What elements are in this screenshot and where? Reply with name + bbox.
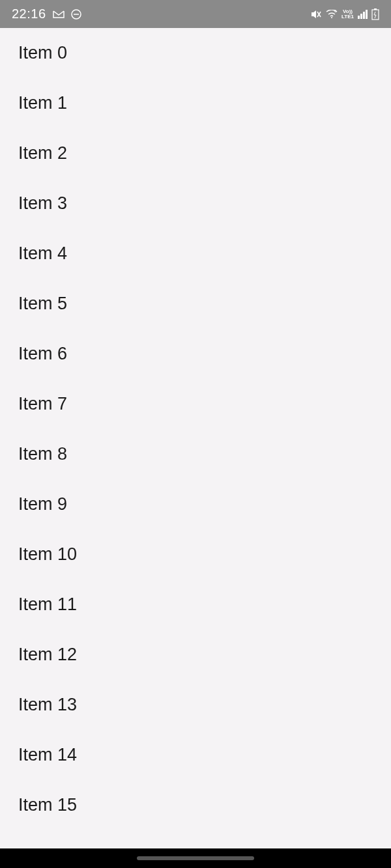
list-container[interactable]: Item 0 Item 1 Item 2 Item 3 Item 4 Item …	[0, 28, 391, 848]
list-item[interactable]: Item 0	[0, 28, 391, 78]
list-item[interactable]: Item 8	[0, 429, 391, 479]
gmail-icon	[53, 10, 65, 19]
list-item[interactable]: Item 5	[0, 279, 391, 329]
list-item[interactable]: Item 2	[0, 128, 391, 178]
status-time: 22:16	[12, 7, 46, 21]
svg-point-4	[331, 17, 332, 18]
list-item[interactable]: Item 1	[0, 78, 391, 128]
battery-icon	[371, 8, 379, 20]
list-item[interactable]: Item 9	[0, 479, 391, 529]
list-item[interactable]: Item 11	[0, 580, 391, 630]
wifi-icon: 6	[326, 10, 338, 19]
list-item[interactable]: Item 14	[0, 730, 391, 780]
list-item[interactable]: Item 10	[0, 529, 391, 580]
signal-icon	[358, 10, 368, 19]
list-item[interactable]: Item 12	[0, 630, 391, 680]
list-item[interactable]: Item 4	[0, 229, 391, 279]
volte-icon: Vo)) LTE1	[341, 9, 354, 20]
list-item[interactable]: Item 7	[0, 379, 391, 429]
status-right: 6 Vo)) LTE1	[310, 8, 379, 20]
status-bar: 22:16 6	[0, 0, 391, 28]
list-item[interactable]: Item 6	[0, 329, 391, 379]
navigation-bar	[0, 848, 391, 868]
list-item[interactable]: Item 13	[0, 680, 391, 730]
status-left: 22:16	[12, 7, 81, 21]
list-item[interactable]: Item 3	[0, 178, 391, 229]
nav-handle[interactable]	[137, 856, 254, 860]
dnd-icon	[71, 9, 81, 20]
list-item[interactable]: Item 15	[0, 780, 391, 830]
mute-icon	[310, 9, 322, 20]
